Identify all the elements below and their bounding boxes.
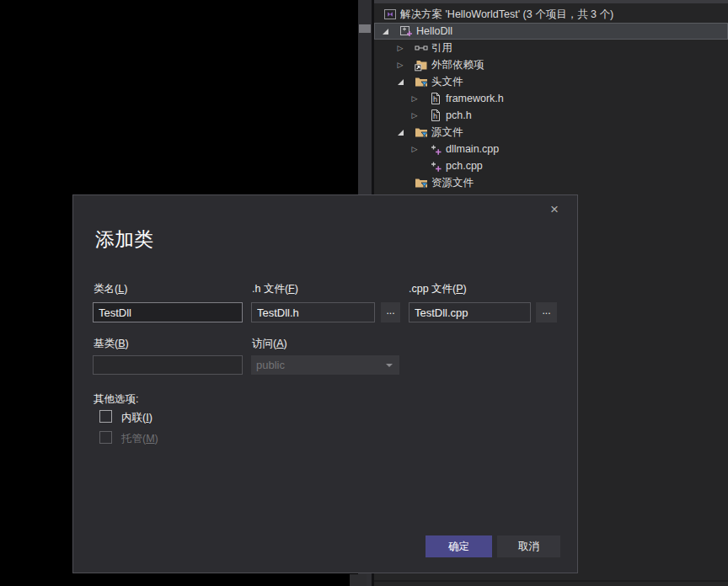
inline-checkbox[interactable] (99, 410, 112, 423)
tree-item-label: pch.cpp (446, 160, 483, 172)
inline-checkbox-label[interactable]: 内联(I) (121, 411, 153, 425)
tree-item-label: 引用 (431, 41, 452, 56)
scrollbar-corner (350, 574, 367, 586)
references-icon (415, 41, 428, 55)
chevron-expanded-icon[interactable] (394, 126, 406, 138)
folder-filter-icon (415, 75, 428, 88)
ok-button[interactable]: 确定 (426, 535, 492, 557)
cpp-file-icon (429, 159, 442, 173)
tree-item-label: pch.h (446, 109, 472, 121)
chevron-collapsed-icon[interactable]: ▷ (394, 59, 406, 71)
tree-item-label: 源文件 (431, 125, 463, 140)
tree-item-label: 解决方案 'HelloWorldTest' (3 个项目，共 3 个) (400, 8, 613, 22)
folder-filter-icon (415, 125, 428, 139)
chevron-collapsed-icon[interactable]: ▷ (409, 109, 420, 121)
tree-item-solution[interactable]: 解决方案 'HelloWorldTest' (3 个项目，共 3 个) (374, 6, 728, 23)
managed-checkbox (99, 431, 112, 444)
tree-item-framework-h[interactable]: ▷ h framework.h (374, 90, 728, 107)
tree-item-header-files[interactable]: 头文件 (374, 73, 728, 90)
access-dropdown-value: public (256, 359, 285, 371)
base-class-input[interactable] (93, 355, 243, 375)
chevron-expanded-icon[interactable] (394, 76, 406, 88)
dropdown-arrow-icon (386, 364, 393, 367)
other-options-label: 其他选项: (94, 392, 138, 407)
close-icon: × (550, 201, 559, 218)
chevron-collapsed-icon[interactable]: ▷ (409, 93, 420, 104)
h-file-browse-button[interactable]: ... (381, 302, 400, 322)
tree-item-resource-files[interactable]: 资源文件 (374, 174, 728, 191)
tree-item-pch-h[interactable]: ▷ h pch.h (374, 107, 728, 124)
chevron-placeholder (394, 177, 406, 189)
cpp-project-icon (399, 24, 413, 38)
header-file-icon: h (429, 109, 442, 122)
solution-tree: 解决方案 'HelloWorldTest' (3 个项目，共 3 个) Hell… (374, 6, 728, 191)
cpp-file-browse-button[interactable]: ... (536, 302, 557, 322)
tree-item-hellodll-project[interactable]: HelloDll (374, 23, 728, 40)
tree-item-label: 外部依赖项 (431, 58, 484, 72)
dialog-title: 添加类 (95, 226, 153, 253)
tree-item-dllmain-cpp[interactable]: ▷ dllmain.cpp (374, 141, 728, 157)
add-class-dialog: × 添加类 类名(L) .h 文件(F) .cpp 文件(P) ... ... … (72, 194, 578, 573)
chevron-placeholder (409, 160, 420, 172)
h-file-label: .h 文件(F) (252, 282, 298, 296)
chevron-collapsed-icon[interactable]: ▷ (409, 143, 420, 155)
cancel-button[interactable]: 取消 (497, 535, 560, 557)
header-file-icon: h (429, 92, 442, 105)
cpp-file-input[interactable] (409, 302, 531, 322)
svg-text:h: h (433, 95, 437, 104)
chevron-expanded-icon[interactable] (379, 25, 391, 37)
panel-bottom-edge (374, 580, 728, 582)
tree-item-references[interactable]: ▷ 引用 (374, 40, 728, 56)
tree-item-label: 资源文件 (431, 176, 474, 190)
tree-item-external-dependencies[interactable]: ▷ 外部依赖项 (374, 56, 728, 73)
managed-checkbox-label: 托管(M) (121, 432, 158, 446)
h-file-input[interactable] (251, 302, 375, 322)
base-class-label: 基类(B) (94, 337, 129, 351)
solution-icon (383, 8, 397, 21)
scrollbar-thumb[interactable] (359, 24, 371, 33)
class-name-label: 类名(L) (94, 282, 127, 296)
tree-item-label: HelloDll (416, 25, 452, 37)
tree-item-label: dllmain.cpp (446, 143, 499, 155)
svg-text:h: h (433, 112, 437, 120)
class-name-input[interactable] (93, 302, 243, 322)
tree-item-label: 头文件 (431, 75, 463, 89)
access-dropdown[interactable]: public (251, 355, 399, 375)
chevron-collapsed-icon[interactable]: ▷ (394, 42, 406, 54)
tree-item-pch-cpp[interactable]: pch.cpp (374, 157, 728, 174)
external-dependencies-icon (415, 58, 428, 72)
cpp-file-label: .cpp 文件(P) (409, 282, 467, 296)
folder-filter-icon (415, 176, 428, 189)
tree-item-label: framework.h (446, 93, 504, 104)
close-button[interactable]: × (543, 200, 565, 220)
cpp-file-icon (429, 142, 442, 156)
toolbar-bottom-edge (374, 0, 728, 3)
tree-item-source-files[interactable]: 源文件 (374, 124, 728, 141)
access-label: 访问(A) (252, 337, 287, 351)
